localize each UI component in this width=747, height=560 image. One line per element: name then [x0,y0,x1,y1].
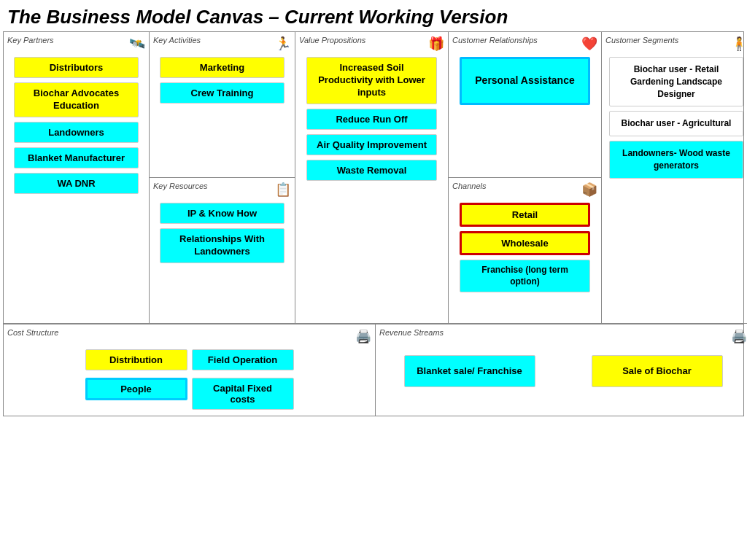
kp-tag-advocates: Biochar Advocates Education [14,82,138,117]
ch-tag-wholesale: Wholesale [460,231,590,255]
rev-tag-biochar: Sale of Biochar [592,355,723,387]
top-canvas: Key Partners 🛰️ Distributors Biochar Adv… [3,31,744,324]
cost-tag-capital: Capital Fixed costs [192,378,294,410]
page-title: The Business Model Canvas – Current Work… [0,0,747,31]
key-resources-cell: Key Resources 📋 IP & Know How Relationsh… [150,178,295,324]
kp-tag-landowners: Landowners [14,122,138,143]
ch-tag-retail: Retail [460,203,590,227]
kr-tag-rel: Relationships With Landowners [160,228,284,263]
cust-rel-label: Customer Relationships [452,36,538,44]
rev-tag-blanket: Blanket sale/ Franchise [404,355,535,387]
kp-tag-wadnr: WA DNR [14,173,138,194]
cost-structure-cell: Cost Structure 🖨️ Distribution People Fi… [4,324,376,416]
revenue-streams-label: Revenue Streams [379,328,444,337]
key-partners-icon: 🛰️ [129,36,145,52]
key-activities-upper: Key Activities 🏃 Marketing Crew Training [150,32,295,178]
key-resources-icon: 📋 [275,182,291,198]
key-partners-label: Key Partners [7,36,54,44]
kp-tag-blanket: Blanket Manufacturer [14,147,138,168]
vp-tag-soil: Increased Soil Productivity with Lower i… [306,57,437,104]
key-activities-icon: 🏃 [275,36,291,52]
key-activities-label: Key Activities [153,36,201,44]
cust-seg-icon: 🧍 [731,36,747,52]
kp-tag-distributors: Distributors [14,57,138,78]
vp-tag-air: Air Quality Improvement [306,134,437,155]
value-propositions-cell: Value Propositions 🎁 Increased Soil Prod… [295,32,449,324]
cust-rel-icon: ❤️ [581,36,597,52]
value-prop-label: Value Propositions [299,36,365,44]
key-resources-label: Key Resources [153,182,208,190]
customer-segments-cell: Customer Segments 🧍 Biochar user - Retai… [602,32,747,324]
cr-tag-personal: Personal Assistance [460,57,590,105]
bottom-canvas: Cost Structure 🖨️ Distribution People Fi… [3,324,744,416]
ch-tag-franchise: Franchise (long term option) [460,260,590,292]
kr-tag-ip: IP & Know How [160,203,284,224]
revenue-streams-icon: 🖨️ [731,328,747,344]
canvas-container: Key Partners 🛰️ Distributors Biochar Adv… [0,31,747,419]
cs-tag-landowners: Landowners- Wood waste generators [609,141,743,179]
customer-rel-upper: Customer Relationships ❤️ Personal Assis… [449,32,602,178]
cs-tag-agri: Biochar user - Agricultural [609,111,743,136]
ka-tag-crew: Crew Training [160,82,284,104]
cost-structure-label: Cost Structure [7,328,58,337]
ka-tag-marketing: Marketing [160,57,284,78]
cost-tag-field: Field Operation [192,349,294,370]
channels-icon: 📦 [581,182,597,198]
channels-label: Channels [452,182,486,190]
cust-seg-label: Customer Segments [605,36,678,44]
vp-tag-waste: Waste Removal [306,160,437,181]
cost-tag-people: People [85,378,187,400]
cost-structure-icon: 🖨️ [355,328,371,344]
cs-tag-retail: Biochar user - Retail Gardening Landscap… [609,57,743,106]
value-prop-icon: 🎁 [428,36,444,52]
channels-cell: Channels 📦 Retail Wholesale Franchise (l… [449,178,602,324]
cost-tag-distribution: Distribution [85,349,187,370]
key-partners-cell: Key Partners 🛰️ Distributors Biochar Adv… [4,32,150,324]
vp-tag-runoff: Reduce Run Off [306,109,437,130]
revenue-streams-cell: Revenue Streams 🖨️ Blanket sale/ Franchi… [376,324,747,416]
